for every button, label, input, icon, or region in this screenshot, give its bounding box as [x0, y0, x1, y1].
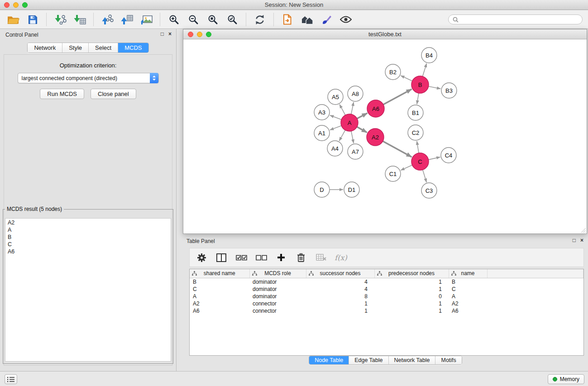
tab-network[interactable]: Network — [28, 43, 62, 52]
graph-edge[interactable] — [357, 127, 367, 132]
tab-edge-table[interactable]: Edge Table — [349, 356, 388, 364]
table-row[interactable]: Bdominator41B — [190, 278, 583, 286]
import-network-button[interactable] — [52, 12, 69, 27]
table-row[interactable]: Cdominator41C — [190, 286, 583, 293]
show-columns-button[interactable] — [213, 250, 229, 265]
table-settings-button[interactable] — [193, 250, 210, 265]
column-header-predecessor-nodes[interactable]: predecessor nodes — [374, 269, 449, 278]
memory-button[interactable]: Memory — [548, 374, 584, 384]
zoom-fit-button[interactable] — [204, 12, 221, 27]
graph-edge[interactable] — [330, 115, 341, 120]
column-header-successor-nodes[interactable]: successor nodes — [306, 269, 374, 278]
network-close-button[interactable] — [188, 32, 193, 37]
tab-node-table[interactable]: Node Table — [309, 356, 349, 364]
network-zoom-button[interactable] — [206, 32, 211, 37]
open-document-button[interactable] — [279, 12, 296, 27]
export-network-button[interactable] — [99, 12, 116, 27]
close-panel-icon[interactable]: × — [168, 31, 172, 37]
mcds-result-item[interactable]: B — [5, 234, 171, 241]
export-table-button[interactable] — [118, 12, 135, 27]
column-header-name[interactable]: name — [449, 269, 487, 278]
graph-edge[interactable] — [417, 93, 419, 104]
zoom-selected-button[interactable] — [224, 12, 241, 27]
table-cell: C — [190, 286, 249, 293]
mcds-result-item[interactable]: A6 — [5, 248, 171, 255]
zoom-in-button[interactable] — [165, 12, 182, 27]
table-row[interactable]: Adominator80A — [190, 293, 583, 300]
float-panel-icon[interactable]: □ — [161, 31, 164, 37]
select-all-button[interactable] — [233, 250, 249, 265]
task-history-button[interactable] — [5, 374, 17, 384]
delete-table-button[interactable] — [313, 250, 329, 265]
mcds-result-item[interactable]: C — [5, 241, 171, 248]
home-button[interactable] — [298, 12, 316, 27]
export-image-button[interactable] — [138, 12, 155, 27]
tab-select[interactable]: Select — [88, 43, 118, 52]
graph-node-label: B3 — [445, 87, 453, 94]
network-canvas[interactable]: AA1A2A3A4A5A6A7A8BB1B2B3B4CC1C2C3C4DD1 — [183, 40, 587, 234]
zoom-out-button[interactable] — [185, 12, 202, 27]
graph-node-label: A4 — [331, 145, 339, 152]
criterion-dropdown[interactable]: largest connected component (directed) — [18, 73, 159, 83]
graph-edge[interactable] — [429, 157, 440, 160]
table-cell: 1 — [374, 286, 449, 293]
float-table-panel-icon[interactable]: □ — [573, 237, 576, 243]
graph-edge[interactable] — [423, 170, 427, 182]
style-button[interactable] — [318, 12, 335, 27]
zoom-selected-icon — [227, 14, 238, 25]
graph-edge[interactable] — [339, 105, 345, 115]
graph-edge[interactable] — [383, 89, 412, 105]
deselect-all-button[interactable] — [253, 250, 269, 265]
import-table-button[interactable] — [71, 12, 88, 27]
tab-style[interactable]: Style — [62, 43, 88, 52]
network-graph[interactable]: AA1A2A3A4A5A6A7A8BB1B2B3B4CC1C2C3C4DD1 — [183, 40, 587, 234]
status-bar: Memory — [0, 371, 588, 386]
table-cell: dominator — [249, 286, 306, 293]
mcds-result-list[interactable]: A2ABCA6 — [5, 218, 171, 362]
close-window-button[interactable] — [4, 2, 10, 8]
resize-grip-icon[interactable] — [581, 228, 586, 233]
graph-edge[interactable] — [351, 102, 354, 114]
save-session-button[interactable] — [24, 12, 41, 27]
mcds-result-item[interactable]: A2 — [5, 219, 171, 226]
network-window-titlebar[interactable]: testGlobe.txt — [183, 29, 587, 39]
minimize-window-button[interactable] — [13, 2, 19, 8]
toggle-visibility-button[interactable] — [337, 12, 354, 27]
graph-edge[interactable] — [339, 130, 345, 141]
network-minimize-button[interactable] — [197, 32, 202, 37]
column-label: MCDS role — [264, 270, 291, 276]
graph-edge[interactable] — [401, 165, 412, 170]
toolbar-separator — [273, 13, 274, 26]
graph-edge[interactable] — [357, 113, 368, 119]
table-cell: connector — [249, 307, 306, 315]
graph-edge[interactable] — [429, 86, 441, 89]
function-builder-button[interactable]: f(x) — [333, 250, 349, 265]
tab-network-table[interactable]: Network Table — [388, 356, 435, 364]
graph-edge[interactable] — [401, 76, 412, 81]
search-input[interactable] — [461, 16, 578, 23]
table-row[interactable]: A2connector11A2 — [190, 300, 583, 307]
column-header-shared-name[interactable]: shared name — [190, 269, 249, 278]
tab-motifs[interactable]: Motifs — [435, 356, 461, 364]
network-view-window: testGlobe.txt AA1A2A3A4A5A6A7A8BB1B2B3B4… — [183, 29, 587, 234]
delete-row-button[interactable] — [293, 250, 309, 265]
dropdown-stepper-icon[interactable] — [150, 73, 158, 83]
tab-mcds[interactable]: MCDS — [118, 43, 148, 52]
table-cell: 4 — [306, 286, 374, 293]
close-panel-button[interactable]: Close panel — [91, 89, 136, 99]
graph-edge[interactable] — [383, 141, 412, 157]
add-row-button[interactable] — [273, 250, 289, 265]
column-header-mcds-role[interactable]: MCDS role — [249, 269, 306, 278]
refresh-button[interactable] — [251, 12, 268, 27]
zoom-window-button[interactable] — [22, 2, 28, 8]
graph-edge[interactable] — [423, 63, 427, 76]
open-session-button[interactable] — [5, 12, 22, 27]
graph-edge[interactable] — [417, 141, 419, 153]
run-mcds-button[interactable]: Run MCDS — [40, 89, 84, 99]
search-box[interactable] — [448, 14, 583, 24]
close-table-panel-icon[interactable]: × — [580, 237, 583, 243]
table-row[interactable]: A6connector11A6 — [190, 307, 583, 315]
mcds-result-item[interactable]: A — [5, 226, 171, 234]
graph-edge[interactable] — [330, 126, 341, 130]
graph-edge[interactable] — [351, 131, 354, 143]
